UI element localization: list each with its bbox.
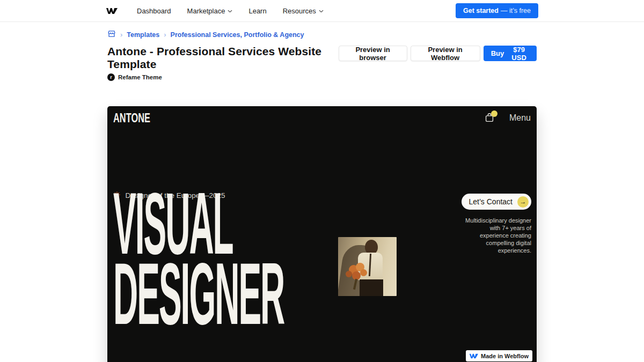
nav-label: Resources bbox=[283, 7, 316, 15]
arrow-right-icon: → bbox=[517, 196, 529, 208]
cart-badge bbox=[491, 110, 497, 117]
author-name: Refame Theme bbox=[118, 74, 162, 80]
preview-in-webflow-button[interactable]: Preview in Webflow bbox=[411, 46, 480, 61]
title-row: Antone - Professional Services Website T… bbox=[107, 45, 537, 81]
nav-item-learn[interactable]: Learn bbox=[248, 7, 266, 15]
avatar-letter: r bbox=[110, 75, 112, 80]
lets-contact-button[interactable]: Let’s Contact → bbox=[462, 194, 531, 210]
nav-item-resources[interactable]: Resources bbox=[283, 7, 324, 15]
hero-photo bbox=[338, 237, 397, 296]
nav-label: Learn bbox=[248, 7, 266, 15]
nav-label: Dashboard bbox=[137, 7, 171, 15]
top-navigation-bar: Dashboard Marketplace Learn Resources Ge… bbox=[0, 0, 644, 22]
menu-button[interactable]: Menu bbox=[509, 113, 531, 123]
breadcrumb-templates-link[interactable]: Templates bbox=[127, 31, 159, 39]
nav-label: Marketplace bbox=[187, 7, 225, 15]
buy-button[interactable]: Buy $79 USD bbox=[484, 46, 537, 61]
webflow-logo-icon[interactable] bbox=[106, 7, 118, 15]
action-buttons: Preview in browser Preview in Webflow Bu… bbox=[339, 45, 537, 61]
made-in-webflow-label: Made in Webflow bbox=[481, 353, 529, 359]
buy-price: $79 USD bbox=[509, 46, 529, 62]
author-avatar: r bbox=[107, 73, 115, 81]
made-in-webflow-badge[interactable]: Made in Webflow bbox=[466, 350, 532, 361]
page-title: Antone - Professional Services Website T… bbox=[107, 45, 339, 71]
chevron-down-icon bbox=[319, 10, 324, 13]
hero-description: Multidisciplinary designer with 7+ years… bbox=[460, 217, 531, 254]
photo-figure bbox=[365, 240, 378, 254]
title-block: Antone - Professional Services Website T… bbox=[107, 45, 339, 81]
preview-in-browser-button[interactable]: Preview in browser bbox=[339, 46, 407, 61]
get-started-button[interactable]: Get started — it’s free bbox=[456, 3, 538, 18]
nav-item-dashboard[interactable]: Dashboard bbox=[137, 7, 171, 15]
buy-label: Buy bbox=[491, 49, 504, 57]
template-preview-frame[interactable]: ANTONE Menu ✳ Designer of the Europe —20… bbox=[107, 106, 537, 362]
chevron-down-icon bbox=[228, 10, 232, 13]
nav-links: Dashboard Marketplace Learn Resources bbox=[137, 7, 324, 15]
cart-bag-icon[interactable] bbox=[484, 112, 495, 124]
webflow-logo-icon bbox=[469, 353, 478, 359]
marketplace-store-icon[interactable] bbox=[107, 30, 116, 39]
breadcrumb: › Templates › Professional Services, Por… bbox=[107, 30, 537, 39]
template-header: ANTONE Menu bbox=[107, 106, 537, 130]
breadcrumb-category-link[interactable]: Professional Services, Portfolio & Agenc… bbox=[171, 31, 304, 39]
breadcrumb-separator: › bbox=[164, 31, 166, 39]
author-row[interactable]: r Refame Theme bbox=[107, 73, 339, 81]
hero-headline-designer: DESIGNER bbox=[113, 250, 284, 337]
contact-label: Let’s Contact bbox=[469, 197, 513, 206]
get-started-label: Get started bbox=[463, 7, 499, 14]
get-started-sublabel: — it’s free bbox=[501, 7, 531, 14]
breadcrumb-separator: › bbox=[120, 31, 122, 39]
template-brand-logo[interactable]: ANTONE bbox=[113, 110, 150, 125]
nav-item-marketplace[interactable]: Marketplace bbox=[187, 7, 233, 15]
